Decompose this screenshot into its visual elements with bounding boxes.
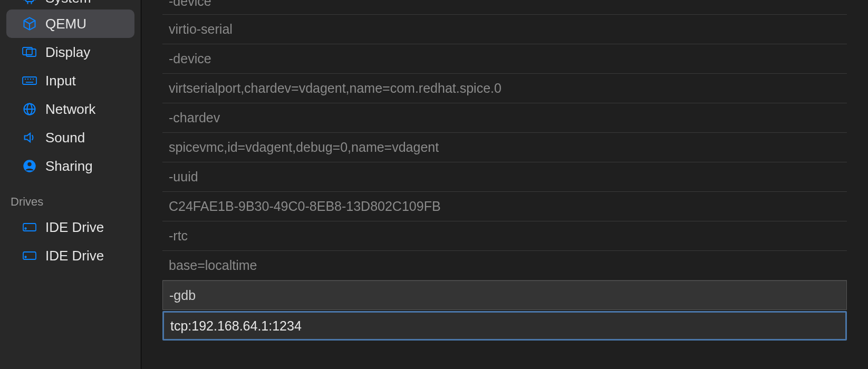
display-icon [21,44,38,61]
keyboard-icon [21,72,38,89]
argument-input-focused[interactable]: tcp:192.168.64.1:1234 [162,311,847,341]
sidebar-section-drives: Drives [0,180,141,213]
drive-icon [21,219,38,236]
chip-icon [21,0,38,6]
sidebar-item-label: Network [45,101,95,118]
argument-row[interactable]: base=localtime [162,251,847,280]
sidebar-item-sharing[interactable]: Sharing [6,152,134,180]
argument-row[interactable]: virtio-serial [162,15,847,44]
sidebar-item-ide-drive-0[interactable]: IDE Drive [6,213,134,241]
sidebar-item-qemu[interactable]: QEMU [6,9,134,38]
argument-row[interactable]: C24FAE1B-9B30-49C0-8EB8-13D802C109FB [162,192,847,221]
sidebar-item-label: Sound [45,130,85,146]
svg-point-21 [27,162,31,166]
svg-rect-9 [23,47,32,55]
globe-icon [21,101,38,118]
sidebar-item-network[interactable]: Network [6,95,134,123]
sidebar-item-display[interactable]: Display [6,38,134,66]
drive-icon [21,247,38,264]
sidebar-item-label: Sharing [45,158,93,174]
sidebar: System QEMU Display [0,0,141,369]
argument-row[interactable]: -uuid [162,162,847,192]
sidebar-item-ide-drive-1[interactable]: IDE Drive [6,241,134,270]
argument-row[interactable]: -device [162,44,847,74]
speaker-icon [21,129,38,146]
argument-row[interactable]: -chardev [162,103,847,133]
sidebar-item-label: IDE Drive [45,219,104,236]
qemu-arguments-panel: -device virtio-serial -device virtserial… [141,0,868,369]
sidebar-item-system[interactable]: System [6,0,134,9]
svg-rect-0 [26,0,33,2]
cube-icon [21,15,38,32]
svg-point-23 [25,256,26,258]
argument-row[interactable]: -rtc [162,221,847,251]
argument-row[interactable]: virtserialport,chardev=vdagent,name=com.… [162,74,847,103]
sidebar-item-sound[interactable]: Sound [6,123,134,152]
argument-row[interactable]: -device [162,0,847,15]
sidebar-item-label: Input [45,73,76,89]
person-icon [21,158,38,174]
svg-rect-10 [26,49,36,56]
svg-rect-11 [23,77,36,84]
sidebar-item-label: System [45,0,91,6]
sidebar-item-input[interactable]: Input [6,66,134,95]
argument-row[interactable]: spicevmc,id=vdagent,debug=0,name=vdagent [162,133,847,162]
sidebar-item-label: QEMU [45,16,86,32]
svg-point-22 [25,228,26,229]
sidebar-item-label: IDE Drive [45,248,104,264]
sidebar-item-label: Display [45,44,90,61]
argument-row-gdb[interactable]: -gdb [162,280,847,310]
